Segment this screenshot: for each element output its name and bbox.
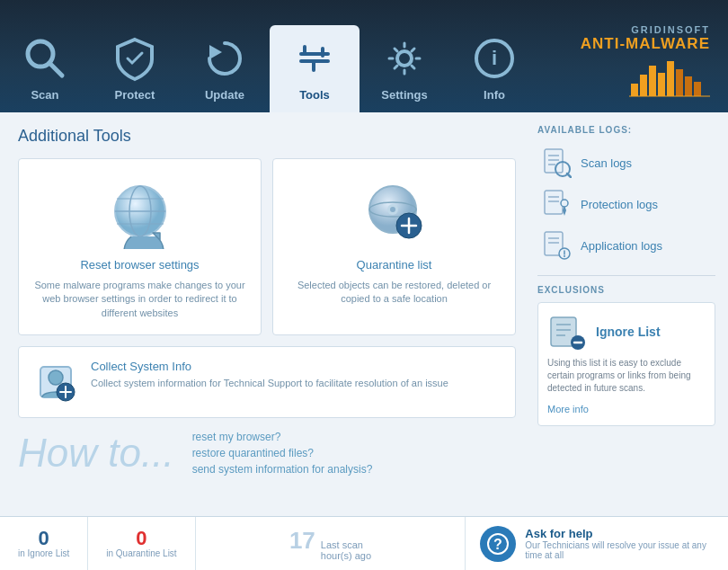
nav-item-info[interactable]: i Info [449, 25, 539, 112]
scan-logs-item[interactable]: Scan logs [537, 142, 715, 183]
info-icon: i [470, 34, 519, 83]
nav-item-protect[interactable]: Protect [90, 25, 180, 112]
logs-section-label: AVAILABLE LOGS: [537, 125, 715, 135]
svg-text:i: i [492, 47, 497, 69]
right-panel: AVAILABLE LOGS: Scan logs [530, 112, 728, 516]
exclusions-icon [547, 312, 587, 352]
howto-title: How to... [18, 433, 174, 473]
howto-link-2[interactable]: send system information for analysis? [192, 463, 373, 476]
svg-line-1 [49, 63, 62, 76]
svg-point-27 [390, 207, 395, 212]
last-scan-num: 17 [289, 527, 315, 555]
exclusions-section-label: EXCLUSIONS [537, 285, 715, 295]
main-panel: Additional Tools [0, 112, 530, 516]
ignore-list-status: 0 in Ignore List [0, 517, 88, 570]
howto-link-0[interactable]: reset my browser? [192, 431, 373, 443]
nav-label-settings: Settings [381, 88, 427, 102]
quarantine-status: 0 in Quarantine List [88, 517, 195, 570]
status-bar: 0 in Ignore List 0 in Quarantine List 17… [0, 516, 728, 570]
svg-point-8 [397, 51, 412, 66]
nav-label-info: Info [484, 88, 505, 102]
nav-label-tools: Tools [299, 88, 330, 102]
nav-label-protect: Protect [115, 88, 155, 102]
last-scan-unit: hour(s) ago [321, 550, 371, 561]
svg-rect-37 [545, 149, 563, 173]
exclusions-desc: Using this list it is easy to exclude ce… [547, 357, 706, 395]
application-logs-item[interactable]: Application logs [537, 225, 715, 266]
browser-reset-title: Reset browser settings [80, 258, 199, 272]
svg-rect-7 [321, 47, 324, 58]
brand-product: ANTI-MALWARE [581, 35, 710, 53]
svg-rect-6 [312, 61, 315, 72]
howto-section: How to... reset my browser? restore quar… [18, 431, 516, 476]
quarantine-card[interactable]: Quarantine list Selected objects can be … [272, 158, 516, 335]
brand-area: GRIDINSOFT ANTI-MALWARE [548, 0, 719, 112]
svg-point-33 [49, 370, 63, 385]
browser-reset-card[interactable]: Reset browser settings Some malware prog… [18, 158, 262, 335]
ignore-label: in Ignore List [18, 548, 69, 558]
svg-point-46 [561, 200, 568, 207]
nav-label-scan: Scan [31, 88, 58, 102]
nav-items: Scan Protect Update [0, 25, 548, 112]
svg-rect-5 [303, 45, 306, 56]
help-status: ? Ask for help Our Technicians will reso… [466, 517, 728, 570]
protect-icon [111, 34, 159, 83]
collect-info-icon [33, 360, 78, 405]
section-title: Additional Tools [18, 127, 516, 146]
brand-company: GRIDINSOFT [631, 24, 710, 35]
svg-rect-13 [649, 66, 656, 96]
svg-line-42 [567, 174, 571, 177]
last-scan-text: Last scan [321, 539, 371, 550]
update-icon [200, 34, 249, 83]
svg-rect-14 [658, 73, 665, 96]
svg-rect-43 [545, 191, 563, 214]
protection-logs-label: Protection logs [581, 198, 658, 211]
application-logs-label: Application logs [581, 239, 662, 253]
application-logs-icon [541, 230, 572, 261]
exclusions-top: Ignore List [547, 312, 706, 352]
protection-logs-icon [541, 189, 572, 219]
collect-info-desc: Collect system information for Technical… [91, 377, 448, 390]
scan-logs-icon [541, 147, 572, 178]
tool-cards-row: Reset browser settings Some malware prog… [18, 158, 516, 335]
quarantine-count: 0 [136, 529, 146, 548]
quarantine-desc: Selected objects can be restored, delete… [288, 279, 501, 307]
ignore-list-card[interactable]: Ignore List Using this list it is easy t… [537, 302, 715, 426]
nav-label-update: Update [205, 88, 244, 102]
nav-item-tools[interactable]: Tools [270, 25, 360, 112]
svg-point-52 [564, 255, 565, 257]
quarantine-title: Quarantine list [357, 258, 432, 272]
last-scan-status: 17 Last scan hour(s) ago [196, 517, 466, 570]
help-desc: Our Technicians will resolve your issue … [525, 540, 714, 560]
nav-item-settings[interactable]: Settings [360, 25, 449, 112]
help-text-block: Ask for help Our Technicians will resolv… [525, 527, 714, 560]
svg-rect-11 [631, 84, 638, 96]
svg-rect-12 [640, 75, 647, 96]
nav-item-scan[interactable]: Scan [0, 25, 90, 112]
info-card-text: Collect System Info Collect system infor… [91, 360, 448, 390]
top-navigation: Scan Protect Update [0, 0, 728, 112]
more-info-link[interactable]: More info [547, 404, 589, 414]
browser-reset-icon [104, 177, 176, 249]
svg-rect-17 [685, 76, 692, 96]
quarantine-label: in Quarantine List [106, 548, 176, 558]
nav-item-update[interactable]: Update [180, 25, 270, 112]
tools-icon [290, 34, 339, 83]
svg-rect-18 [694, 82, 701, 96]
divider [537, 275, 715, 276]
howto-links: reset my browser? restore quarantined fi… [192, 431, 373, 476]
svg-marker-2 [209, 45, 222, 59]
ignore-count: 0 [39, 529, 49, 548]
collect-info-card[interactable]: Collect System Info Collect system infor… [18, 346, 516, 418]
svg-rect-15 [667, 61, 674, 96]
help-icon: ? [480, 526, 516, 562]
howto-link-1[interactable]: restore quarantined files? [192, 447, 373, 459]
protection-logs-item[interactable]: Protection logs [537, 183, 715, 225]
content-area: Additional Tools [0, 112, 728, 516]
svg-text:?: ? [493, 537, 502, 552]
scan-icon [21, 34, 69, 83]
help-title: Ask for help [525, 527, 714, 540]
scan-logs-label: Scan logs [581, 156, 632, 170]
exclusions-title: Ignore List [596, 325, 661, 339]
svg-rect-16 [676, 69, 683, 96]
